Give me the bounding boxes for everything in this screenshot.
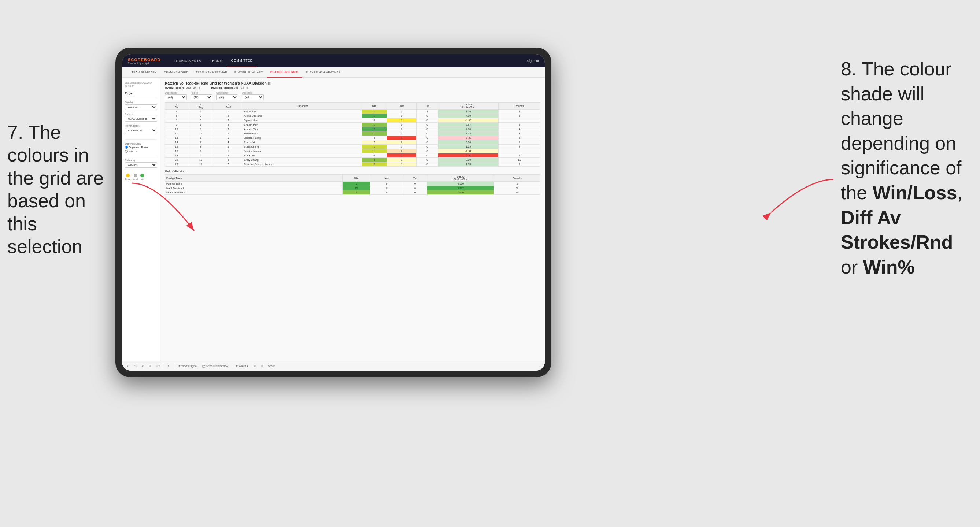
sub-nav-team-summary[interactable]: TEAM SUMMARY: [128, 67, 161, 78]
table-row: 16 1 1 Jessica Mason 1 2 0 -0.94: [165, 149, 540, 154]
content-area: Katelyn Vo Head-to-Head Grid for Women's…: [161, 78, 545, 361]
table-row: 3 1 1 Esther Lee 1 0 1 1.50 4: [165, 110, 540, 114]
legend-down: Down: [125, 174, 130, 180]
opponent-view-group: Opponents Played Top 100: [125, 146, 157, 153]
filter-opponents: Opponents: (All): [165, 92, 187, 100]
sub-nav-player-summary[interactable]: PLAYER SUMMARY: [231, 67, 267, 78]
filter-opponents-select[interactable]: (All): [165, 94, 187, 100]
opponent-view-label: Opponent view: [125, 143, 157, 145]
table-row: 11 11 5 Haeju Hyun 1 0 0 3.33 3: [165, 132, 540, 136]
radio-top100-label: Top 100: [129, 150, 137, 153]
out-of-division-table: Foreign Team Win Loss Tie Diff AvStrokes…: [165, 174, 540, 195]
view-icon: 👁: [178, 365, 181, 367]
toolbar-save-custom-btn[interactable]: 💾 Save Custom View: [201, 364, 229, 368]
top-nav: SCOREBOARD Powered by clippd TOURNAMENTS…: [122, 54, 545, 67]
th-ood-tie: Tie: [403, 175, 427, 182]
toolbar-watch-btn[interactable]: 👁 Watch ▾: [234, 364, 250, 368]
legend-level-dot: [134, 174, 137, 177]
filter-opponent-select[interactable]: (All): [242, 94, 264, 100]
th-rounds: Rounds: [499, 103, 540, 110]
toolbar-btn2[interactable]: ↩+: [155, 364, 162, 368]
logo-area: SCOREBOARD Powered by clippd: [128, 57, 161, 65]
sidebar: Last Updated: 27/03/2024 16:55:38 Player…: [122, 78, 161, 361]
radio-top100[interactable]: [125, 150, 128, 153]
toolbar-undo[interactable]: ↩: [126, 364, 131, 368]
sign-out-btn[interactable]: Sign out: [527, 59, 539, 63]
sub-nav-player-h2h-heatmap[interactable]: PLAYER H2H HEATMAP: [302, 67, 344, 78]
legend-up-dot: [140, 174, 144, 177]
overall-record: Overall Record: 353 - 34 - 6: [165, 86, 200, 89]
table-row: 20 11 7 Federica Domecq Lacroze 2 1 0 1.…: [165, 162, 540, 167]
nav-items: TOURNAMENTS TEAMS COMMITTEE: [169, 54, 257, 67]
out-of-division-title: Out of division: [165, 170, 540, 173]
division-select[interactable]: NCAA Division III: [125, 116, 157, 122]
tablet-frame: SCOREBOARD Powered by clippd TOURNAMENTS…: [115, 48, 551, 377]
sidebar-player-title: Player: [125, 92, 157, 95]
th-opponent: Opponent: [243, 103, 362, 110]
filter-region-select[interactable]: (All): [191, 94, 213, 100]
radio-opponents-played-label: Opponents Played: [129, 146, 148, 149]
legend-down-dot: [126, 174, 130, 177]
table-row: 18 2 2 Euna Lee 0 1 0 -5.00 2: [165, 154, 540, 158]
sub-nav: TEAM SUMMARY TEAM H2H GRID TEAM H2H HEAT…: [122, 67, 545, 78]
toolbar-redo1[interactable]: ↪: [133, 364, 138, 368]
nav-teams[interactable]: TEAMS: [205, 54, 227, 67]
tablet-screen: SCOREBOARD Powered by clippd TOURNAMENTS…: [122, 54, 545, 371]
logo-sub: Powered by clippd: [128, 62, 161, 65]
filter-conference: Conference (All): [216, 92, 238, 100]
table-row: 9 1 4 Sharon Mun 1 0 0 3.67 3: [165, 123, 540, 127]
right-arrow: [735, 176, 837, 220]
colour-legend: Down Level Up: [125, 174, 157, 180]
sidebar-timestamp: Last Updated: 27/03/2024 16:55:38: [125, 81, 157, 88]
save-icon: 💾: [202, 365, 205, 367]
toolbar-btn3[interactable]: ⊞: [252, 364, 257, 368]
bottom-toolbar: ↩ ↪ ↩ ⊞ ↩+ ⏱ 👁 View: Original 💾 Save Cus…: [122, 361, 545, 371]
watch-icon: 👁: [235, 365, 238, 367]
radio-top100-row: Top 100: [125, 150, 157, 153]
th-reg: #Reg: [188, 103, 213, 110]
toolbar-share-btn[interactable]: Share: [267, 364, 277, 368]
toolbar-divider2: [174, 364, 174, 369]
th-diff: Diff AvStrokes/Rnd: [438, 103, 499, 110]
main-content: Last Updated: 27/03/2024 16:55:38 Player…: [122, 78, 545, 361]
toolbar-btn4[interactable]: ⊡: [259, 364, 264, 368]
h2h-data-table: #Div #Reg #Conf Opponent Win Loss Tie Di…: [165, 102, 540, 167]
colour-by-select[interactable]: Win/loss: [125, 162, 157, 168]
toolbar-btn1[interactable]: ⊞: [148, 364, 153, 368]
filter-region: Region (All): [191, 92, 213, 100]
colour-by-label: Colour by: [125, 159, 157, 162]
filter-conference-select[interactable]: (All): [216, 94, 238, 100]
table-row: 13 1 1 Jessica Huang 0 1 0 -3.00 2: [165, 136, 540, 140]
h2h-records: Overall Record: 353 - 34 - 6 Division Re…: [165, 86, 540, 89]
toolbar-divider3: [232, 364, 232, 369]
sub-nav-team-h2h-grid[interactable]: TEAM H2H GRID: [161, 67, 192, 78]
table-row: 20 10 6 Emily Chang 4 1 0 0.30 11: [165, 158, 540, 162]
table-row: Foreign Team 1 0 0 4.500 2: [165, 182, 540, 186]
toolbar-clock[interactable]: ⏱: [166, 364, 172, 368]
sub-nav-player-h2h-grid[interactable]: PLAYER H2H GRID: [267, 67, 302, 78]
table-row: 14 7 4 Eunice Yi 2 2 0 0.38 9: [165, 140, 540, 144]
player-rank-select[interactable]: 8. Katelyn Vo: [125, 128, 157, 133]
table-row: 15 8 5 Stella Cheng 1 0 0 1.25 4: [165, 144, 540, 149]
h2h-title: Katelyn Vo Head-to-Head Grid for Women's…: [165, 81, 540, 85]
th-conf: #Conf: [213, 103, 242, 110]
legend-level: Level: [133, 174, 138, 180]
gender-select[interactable]: Women's: [125, 105, 157, 110]
logo-text: SCOREBOARD: [128, 57, 161, 62]
radio-opponents-played[interactable]: [125, 146, 128, 149]
th-ood-rounds: Rounds: [494, 175, 540, 182]
sub-nav-team-h2h-heatmap[interactable]: TEAM H2H HEATMAP: [192, 67, 231, 78]
th-div: #Div: [165, 103, 188, 110]
toolbar-view-original-btn[interactable]: 👁 View: Original: [177, 364, 199, 368]
nav-tournaments[interactable]: TOURNAMENTS: [169, 54, 205, 67]
annotation-left: 7. The colours in the grid are based on …: [7, 121, 110, 258]
th-tie: Tie: [416, 103, 438, 110]
nav-right: Sign out: [527, 59, 539, 63]
th-win: Win: [361, 103, 387, 110]
toolbar-divider1: [164, 364, 164, 369]
gender-label: Gender: [125, 101, 157, 104]
division-label: Division: [125, 113, 157, 115]
th-ood-win: Win: [342, 175, 371, 182]
nav-committee[interactable]: COMMITTEE: [227, 54, 257, 67]
toolbar-undo2[interactable]: ↩: [140, 364, 145, 368]
